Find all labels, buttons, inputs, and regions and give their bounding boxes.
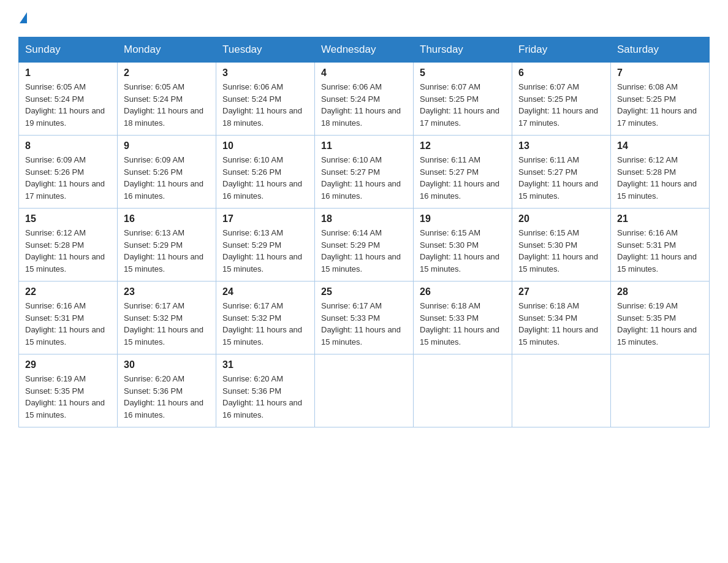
day-number: 3 (222, 67, 308, 79)
day-number: 25 (321, 286, 407, 297)
calendar-cell: 27 Sunrise: 6:18 AM Sunset: 5:34 PM Dayl… (512, 282, 611, 354)
weekday-header-monday: Monday (118, 37, 216, 63)
day-number: 1 (25, 67, 111, 79)
calendar-cell: 14 Sunrise: 6:12 AM Sunset: 5:28 PM Dayl… (611, 136, 710, 209)
day-number: 18 (321, 213, 407, 224)
calendar-cell: 17 Sunrise: 6:13 AM Sunset: 5:29 PM Dayl… (216, 209, 315, 282)
day-number: 30 (124, 359, 210, 370)
day-number: 13 (518, 140, 604, 151)
day-number: 24 (222, 286, 308, 297)
day-number: 9 (124, 140, 210, 151)
day-number: 5 (420, 67, 506, 79)
calendar-cell: 31 Sunrise: 6:20 AM Sunset: 5:36 PM Dayl… (216, 354, 315, 427)
calendar-cell: 2 Sunrise: 6:05 AM Sunset: 5:24 PM Dayli… (118, 63, 216, 136)
day-number: 27 (518, 286, 604, 297)
day-number: 19 (420, 213, 506, 224)
calendar-cell: 6 Sunrise: 6:07 AM Sunset: 5:25 PM Dayli… (512, 63, 611, 136)
calendar-cell: 28 Sunrise: 6:19 AM Sunset: 5:35 PM Dayl… (611, 282, 710, 354)
calendar-cell: 30 Sunrise: 6:20 AM Sunset: 5:36 PM Dayl… (118, 354, 216, 427)
logo (18, 12, 27, 25)
calendar-cell: 25 Sunrise: 6:17 AM Sunset: 5:33 PM Dayl… (315, 282, 414, 354)
day-info: Sunrise: 6:17 AM Sunset: 5:32 PM Dayligh… (124, 300, 210, 348)
day-number: 4 (321, 67, 407, 79)
day-info: Sunrise: 6:15 AM Sunset: 5:30 PM Dayligh… (518, 227, 604, 275)
calendar-cell: 16 Sunrise: 6:13 AM Sunset: 5:29 PM Dayl… (118, 209, 216, 282)
calendar-cell: 4 Sunrise: 6:06 AM Sunset: 5:24 PM Dayli… (315, 63, 414, 136)
day-number: 12 (420, 140, 506, 151)
day-info: Sunrise: 6:20 AM Sunset: 5:36 PM Dayligh… (222, 373, 308, 421)
calendar-cell: 13 Sunrise: 6:11 AM Sunset: 5:27 PM Dayl… (512, 136, 611, 209)
weekday-header-sunday: Sunday (19, 37, 118, 63)
day-info: Sunrise: 6:14 AM Sunset: 5:29 PM Dayligh… (321, 227, 407, 275)
calendar-cell: 1 Sunrise: 6:05 AM Sunset: 5:24 PM Dayli… (19, 63, 118, 136)
calendar-table: SundayMondayTuesdayWednesdayThursdayFrid… (18, 37, 710, 427)
week-row-3: 15 Sunrise: 6:12 AM Sunset: 5:28 PM Dayl… (19, 209, 710, 282)
day-info: Sunrise: 6:18 AM Sunset: 5:33 PM Dayligh… (420, 300, 506, 348)
page-header (18, 12, 710, 25)
day-number: 20 (518, 213, 604, 224)
day-number: 23 (124, 286, 210, 297)
day-info: Sunrise: 6:15 AM Sunset: 5:30 PM Dayligh… (420, 227, 506, 275)
week-row-5: 29 Sunrise: 6:19 AM Sunset: 5:35 PM Dayl… (19, 354, 710, 427)
day-number: 16 (124, 213, 210, 224)
weekday-header-row: SundayMondayTuesdayWednesdayThursdayFrid… (19, 37, 710, 63)
day-info: Sunrise: 6:10 AM Sunset: 5:27 PM Dayligh… (321, 154, 407, 202)
day-info: Sunrise: 6:19 AM Sunset: 5:35 PM Dayligh… (617, 300, 703, 348)
day-number: 6 (518, 67, 604, 79)
calendar-cell (611, 354, 710, 427)
day-info: Sunrise: 6:08 AM Sunset: 5:25 PM Dayligh… (617, 81, 703, 129)
calendar-cell (414, 354, 512, 427)
day-info: Sunrise: 6:09 AM Sunset: 5:26 PM Dayligh… (124, 154, 210, 202)
day-number: 28 (617, 286, 703, 297)
weekday-header-thursday: Thursday (414, 37, 512, 63)
calendar-cell: 18 Sunrise: 6:14 AM Sunset: 5:29 PM Dayl… (315, 209, 414, 282)
day-number: 22 (25, 286, 111, 297)
day-info: Sunrise: 6:20 AM Sunset: 5:36 PM Dayligh… (124, 373, 210, 421)
day-info: Sunrise: 6:17 AM Sunset: 5:32 PM Dayligh… (222, 300, 308, 348)
day-number: 21 (617, 213, 703, 224)
day-number: 2 (124, 67, 210, 79)
calendar-cell (512, 354, 611, 427)
calendar-cell: 29 Sunrise: 6:19 AM Sunset: 5:35 PM Dayl… (19, 354, 118, 427)
calendar-cell: 3 Sunrise: 6:06 AM Sunset: 5:24 PM Dayli… (216, 63, 315, 136)
logo-triangle-icon (20, 12, 27, 23)
calendar-cell: 12 Sunrise: 6:11 AM Sunset: 5:27 PM Dayl… (414, 136, 512, 209)
calendar-cell: 24 Sunrise: 6:17 AM Sunset: 5:32 PM Dayl… (216, 282, 315, 354)
day-info: Sunrise: 6:06 AM Sunset: 5:24 PM Dayligh… (222, 81, 308, 129)
day-number: 31 (222, 359, 308, 370)
day-info: Sunrise: 6:10 AM Sunset: 5:26 PM Dayligh… (222, 154, 308, 202)
weekday-header-saturday: Saturday (611, 37, 710, 63)
weekday-header-friday: Friday (512, 37, 611, 63)
day-number: 15 (25, 213, 111, 224)
day-info: Sunrise: 6:16 AM Sunset: 5:31 PM Dayligh… (617, 227, 703, 275)
day-info: Sunrise: 6:17 AM Sunset: 5:33 PM Dayligh… (321, 300, 407, 348)
weekday-header-tuesday: Tuesday (216, 37, 315, 63)
week-row-2: 8 Sunrise: 6:09 AM Sunset: 5:26 PM Dayli… (19, 136, 710, 209)
day-info: Sunrise: 6:11 AM Sunset: 5:27 PM Dayligh… (518, 154, 604, 202)
calendar-cell: 7 Sunrise: 6:08 AM Sunset: 5:25 PM Dayli… (611, 63, 710, 136)
day-number: 8 (25, 140, 111, 151)
day-info: Sunrise: 6:16 AM Sunset: 5:31 PM Dayligh… (25, 300, 111, 348)
day-info: Sunrise: 6:09 AM Sunset: 5:26 PM Dayligh… (25, 154, 111, 202)
calendar-cell: 23 Sunrise: 6:17 AM Sunset: 5:32 PM Dayl… (118, 282, 216, 354)
weekday-header-wednesday: Wednesday (315, 37, 414, 63)
calendar-cell: 5 Sunrise: 6:07 AM Sunset: 5:25 PM Dayli… (414, 63, 512, 136)
calendar-cell (315, 354, 414, 427)
calendar-cell: 21 Sunrise: 6:16 AM Sunset: 5:31 PM Dayl… (611, 209, 710, 282)
day-info: Sunrise: 6:12 AM Sunset: 5:28 PM Dayligh… (25, 227, 111, 275)
calendar-cell: 22 Sunrise: 6:16 AM Sunset: 5:31 PM Dayl… (19, 282, 118, 354)
day-info: Sunrise: 6:18 AM Sunset: 5:34 PM Dayligh… (518, 300, 604, 348)
day-number: 26 (420, 286, 506, 297)
day-info: Sunrise: 6:07 AM Sunset: 5:25 PM Dayligh… (420, 81, 506, 129)
day-number: 11 (321, 140, 407, 151)
day-info: Sunrise: 6:13 AM Sunset: 5:29 PM Dayligh… (124, 227, 210, 275)
calendar-cell: 20 Sunrise: 6:15 AM Sunset: 5:30 PM Dayl… (512, 209, 611, 282)
day-info: Sunrise: 6:06 AM Sunset: 5:24 PM Dayligh… (321, 81, 407, 129)
calendar-cell: 8 Sunrise: 6:09 AM Sunset: 5:26 PM Dayli… (19, 136, 118, 209)
week-row-4: 22 Sunrise: 6:16 AM Sunset: 5:31 PM Dayl… (19, 282, 710, 354)
calendar-cell: 15 Sunrise: 6:12 AM Sunset: 5:28 PM Dayl… (19, 209, 118, 282)
calendar-cell: 9 Sunrise: 6:09 AM Sunset: 5:26 PM Dayli… (118, 136, 216, 209)
day-info: Sunrise: 6:19 AM Sunset: 5:35 PM Dayligh… (25, 373, 111, 421)
day-number: 17 (222, 213, 308, 224)
day-info: Sunrise: 6:12 AM Sunset: 5:28 PM Dayligh… (617, 154, 703, 202)
